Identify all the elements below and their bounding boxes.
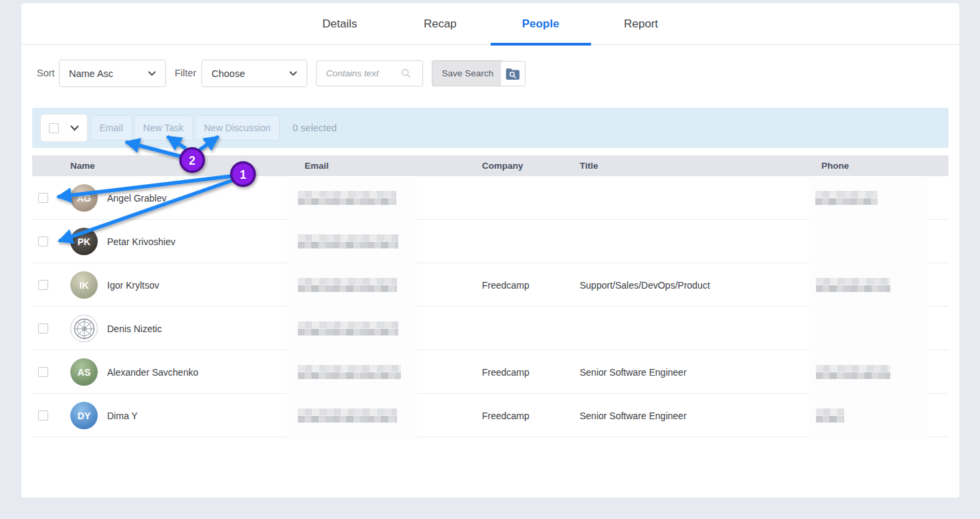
column-header-name: Name <box>70 161 95 171</box>
person-name[interactable]: Angel Grablev <box>107 193 167 204</box>
person-name[interactable]: Denis Nizetic <box>107 323 162 334</box>
contains-text-search <box>316 60 423 86</box>
person-company: Freedcamp <box>482 411 529 421</box>
person-name[interactable]: Petar Krivoshiev <box>107 236 175 247</box>
redacted-phone <box>816 278 890 292</box>
column-header-email: Email <box>305 161 329 171</box>
avatar: AS <box>70 358 98 386</box>
redacted-email <box>298 321 398 336</box>
avatar-initials: DY <box>78 411 90 421</box>
tab-label: Report <box>624 17 658 31</box>
row-checkbox[interactable] <box>38 411 48 421</box>
tab-recap[interactable]: Recap <box>390 3 491 45</box>
avatar-initials: IK <box>80 280 89 291</box>
sort-select[interactable]: Name Asc <box>59 60 166 87</box>
person-company: Freedcamp <box>482 367 529 378</box>
avatar-initials: AG <box>77 193 91 204</box>
person-name[interactable]: Dima Y <box>107 411 138 421</box>
row-checkbox[interactable] <box>38 367 48 377</box>
folder-search-icon <box>505 68 520 80</box>
filter-select[interactable]: Choose <box>201 60 307 87</box>
filter-select-value: Choose <box>212 68 245 79</box>
row-checkbox[interactable] <box>38 280 48 290</box>
redacted-phone <box>816 409 844 423</box>
tab-bar: Details Recap People Report <box>21 3 959 45</box>
new-task-button[interactable]: New Task <box>134 115 193 141</box>
tab-details[interactable]: Details <box>290 3 390 45</box>
toolbar: Sort Name Asc Filter Choose Save Search <box>21 60 959 87</box>
tab-label: People <box>522 17 560 31</box>
avatar-initials: AS <box>78 367 90 378</box>
save-search-button[interactable]: Save Search <box>432 60 503 86</box>
row-checkbox[interactable] <box>38 323 48 333</box>
phone-redaction-band <box>809 177 927 441</box>
tab-label: Recap <box>424 17 457 31</box>
chevron-down-icon <box>289 71 297 76</box>
filter-label: Filter <box>175 68 196 78</box>
person-name[interactable]: Alexander Savchenko <box>107 367 198 378</box>
sort-select-value: Name Asc <box>69 68 113 79</box>
new-discussion-button[interactable]: New Discussion <box>195 115 280 141</box>
person-title: Senior Software Engineer <box>580 411 687 421</box>
avatar <box>70 315 98 342</box>
person-name[interactable]: Igor Kryltsov <box>107 280 159 291</box>
search-input[interactable] <box>326 68 401 78</box>
tab-label: Details <box>323 17 357 31</box>
sort-label: Sort <box>37 68 55 78</box>
select-all-checkbox[interactable] <box>49 123 59 133</box>
avatar: AG <box>70 184 98 212</box>
avatar-initials: PK <box>78 236 90 247</box>
dharma-wheel-avatar-icon <box>73 317 96 340</box>
select-all-dropdown[interactable] <box>40 114 88 142</box>
bulk-action-bar: Email New Task New Discussion 0 selected <box>32 108 949 148</box>
column-header-phone: Phone <box>821 161 849 171</box>
redacted-email <box>298 278 397 292</box>
chevron-down-icon <box>70 125 79 131</box>
content-card: Details Recap People Report Sort Name As… <box>21 3 959 498</box>
column-header-company: Company <box>482 161 523 171</box>
row-checkbox[interactable] <box>38 236 48 246</box>
tab-report[interactable]: Report <box>591 3 691 45</box>
avatar: PK <box>70 228 98 255</box>
saved-searches-button[interactable] <box>500 61 525 86</box>
column-header-title: Title <box>580 161 598 171</box>
tab-people[interactable]: People <box>491 3 591 45</box>
redacted-email <box>298 191 396 205</box>
redacted-email <box>298 365 401 379</box>
email-button[interactable]: Email <box>90 115 132 141</box>
email-redaction-band <box>287 177 417 441</box>
person-title: Support/Sales/DevOps/Product <box>580 280 710 291</box>
row-checkbox[interactable] <box>38 193 48 203</box>
table-header: Name Email Company Title Phone <box>32 155 949 176</box>
avatar: DY <box>70 402 98 429</box>
redacted-email <box>298 409 397 423</box>
redacted-phone <box>816 365 890 379</box>
selected-count: 0 selected <box>293 123 337 133</box>
chevron-down-icon <box>148 71 156 76</box>
redacted-email <box>298 234 398 248</box>
person-company: Freedcamp <box>482 280 529 291</box>
redacted-phone <box>815 191 878 205</box>
search-icon <box>401 68 411 78</box>
avatar: IK <box>70 271 98 299</box>
person-title: Senior Software Engineer <box>580 367 687 378</box>
